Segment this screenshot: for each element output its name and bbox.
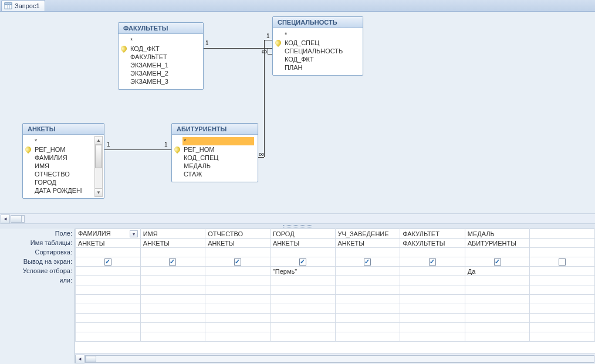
- grid-cell-show[interactable]: [140, 257, 205, 267]
- grid-cell-or[interactable]: [140, 276, 205, 285]
- field-list-scrollbar[interactable]: ▲ ▼: [94, 136, 103, 197]
- table-box-speciality[interactable]: СПЕЦИАЛЬНОСТЬ * КОД_СПЕЦ СПЕЦИАЛЬНОСТЬ К…: [272, 16, 363, 76]
- grid-cell-or[interactable]: [530, 276, 595, 285]
- field-item[interactable]: РЕГ_НОМ: [33, 145, 93, 154]
- grid-cell-field[interactable]: ОТЧЕСТВО: [205, 229, 271, 239]
- show-checkbox[interactable]: [169, 258, 176, 266]
- grid-cell-show[interactable]: [400, 257, 465, 267]
- field-star[interactable]: *: [129, 36, 200, 45]
- grid-cell-or[interactable]: [76, 276, 141, 285]
- grid-cell-table[interactable]: АНКЕТЫ: [205, 239, 271, 248]
- field-item[interactable]: СПЕЦИАЛЬНОСТЬ: [283, 47, 359, 55]
- grid-cell-table[interactable]: АНКЕТЫ: [76, 239, 141, 248]
- grid-cell-show[interactable]: [530, 257, 595, 267]
- field-item[interactable]: ОТЧЕСТВО: [33, 170, 93, 178]
- grid-cell-sort[interactable]: [140, 248, 205, 257]
- field-item[interactable]: СТАЖ: [182, 170, 254, 178]
- grid-cell-field[interactable]: ФАКУЛЬТЕТ: [400, 229, 465, 239]
- pane-splitter[interactable]: [0, 224, 595, 229]
- field-item[interactable]: ПЛАН: [283, 63, 359, 72]
- dropdown-icon[interactable]: ▾: [130, 230, 138, 237]
- grid-cell-sort[interactable]: [335, 248, 400, 257]
- grid-cell-show[interactable]: [335, 257, 400, 267]
- grid-cell-show[interactable]: [270, 257, 335, 267]
- relation-line[interactable]: [104, 149, 171, 150]
- show-checkbox[interactable]: [559, 258, 566, 266]
- table-box-applicants[interactable]: АБИТУРИЕНТЫ * РЕГ_НОМ КОД_СПЕЦ МЕДАЛЬ СТ…: [171, 123, 258, 182]
- grid-cell-criteria[interactable]: [335, 267, 400, 276]
- query-grid[interactable]: ФАМИЛИЯ ▾ ИМЯ ОТЧЕСТВО ГОРОД УЧ_ЗАВЕДЕНИ…: [75, 229, 595, 342]
- grid-cell-criteria[interactable]: "Пермь": [270, 267, 335, 276]
- grid-cell-field[interactable]: МЕДАЛЬ: [465, 229, 530, 239]
- grid-cell-sort[interactable]: [270, 248, 335, 257]
- table-box-questionnaires[interactable]: АНКЕТЫ * РЕГ_НОМ ФАМИЛИЯ ИМЯ ОТЧЕСТВО ГО…: [22, 123, 104, 199]
- table-title[interactable]: СПЕЦИАЛЬНОСТЬ: [273, 17, 363, 28]
- grid-cell-criteria[interactable]: Да: [465, 267, 530, 276]
- field-star[interactable]: *: [33, 137, 93, 145]
- field-item[interactable]: ЭКЗАМЕН_1: [129, 61, 200, 69]
- grid-cell-criteria[interactable]: [205, 267, 271, 276]
- field-item[interactable]: ЭКЗАМЕН_2: [129, 69, 200, 77]
- grid-cell-criteria[interactable]: [76, 267, 141, 276]
- grid-cell-or[interactable]: [270, 276, 335, 285]
- field-item[interactable]: ЭКЗАМЕН_3: [129, 77, 200, 86]
- grid-cell-sort[interactable]: [205, 248, 271, 257]
- field-item[interactable]: ФАКУЛЬТЕТ: [129, 53, 200, 61]
- grid-cell-sort[interactable]: [400, 248, 465, 257]
- table-title[interactable]: ФАКУЛЬТЕТЫ: [119, 23, 203, 34]
- show-checkbox[interactable]: [234, 258, 241, 266]
- grid-cell-table[interactable]: АНКЕТЫ: [140, 239, 205, 248]
- grid-cell-table[interactable]: АНКЕТЫ: [270, 239, 335, 248]
- grid-cell-show[interactable]: [205, 257, 271, 267]
- show-checkbox[interactable]: [494, 258, 501, 266]
- design-hscroll[interactable]: ◄: [0, 214, 595, 224]
- scroll-track[interactable]: [85, 355, 594, 363]
- grid-cell-criteria[interactable]: [400, 267, 465, 276]
- grid-cell-or[interactable]: [205, 276, 271, 285]
- grid-cell-sort[interactable]: [530, 248, 595, 257]
- scroll-left-icon[interactable]: ◄: [75, 355, 84, 363]
- field-item[interactable]: КОД_СПЕЦ: [182, 154, 254, 162]
- table-title[interactable]: АБИТУРИЕНТЫ: [172, 124, 258, 135]
- field-item[interactable]: ДАТА РОЖДЕНІ: [33, 186, 93, 195]
- grid-cell-field[interactable]: ГОРОД: [270, 229, 335, 239]
- show-checkbox[interactable]: [364, 258, 371, 266]
- grid-cell-show[interactable]: [465, 257, 530, 267]
- field-item[interactable]: ИМЯ: [33, 162, 93, 170]
- design-pane[interactable]: ФАКУЛЬТЕТЫ * КОД_ФКТ ФАКУЛЬТЕТ ЭКЗАМЕН_1…: [0, 12, 595, 214]
- grid-cell-criteria[interactable]: [140, 267, 205, 276]
- grid-cell-table[interactable]: [530, 239, 595, 248]
- grid-hscroll[interactable]: ◄: [75, 353, 595, 363]
- field-item[interactable]: КОД_СПЕЦ: [283, 39, 359, 47]
- grid-cell-table[interactable]: ФАКУЛЬТЕТЫ: [400, 239, 465, 248]
- table-box-faculties[interactable]: ФАКУЛЬТЕТЫ * КОД_ФКТ ФАКУЛЬТЕТ ЭКЗАМЕН_1…: [118, 22, 204, 90]
- grid-cell-criteria[interactable]: [530, 267, 595, 276]
- show-checkbox[interactable]: [104, 258, 111, 266]
- scroll-thumb[interactable]: [11, 216, 22, 222]
- grid-cell-sort[interactable]: [465, 248, 530, 257]
- scroll-track[interactable]: [11, 215, 25, 223]
- scroll-up-icon[interactable]: ▲: [95, 137, 102, 145]
- field-star[interactable]: *: [283, 30, 359, 39]
- show-checkbox[interactable]: [429, 258, 436, 266]
- scroll-left-icon[interactable]: ◄: [1, 215, 10, 223]
- grid-cell-sort[interactable]: [76, 248, 141, 257]
- scroll-track[interactable]: [95, 145, 102, 188]
- grid-cell-field[interactable]: ФАМИЛИЯ ▾: [76, 229, 141, 239]
- show-checkbox[interactable]: [299, 258, 306, 266]
- query-tab[interactable]: Запрос1: [1, 0, 45, 11]
- scroll-thumb[interactable]: [86, 356, 96, 362]
- field-item[interactable]: КОД_ФКТ: [283, 55, 359, 63]
- field-star[interactable]: *: [182, 137, 254, 145]
- grid-cell-field[interactable]: ИМЯ: [140, 229, 205, 239]
- field-item[interactable]: ФАМИЛИЯ: [33, 154, 93, 162]
- field-item[interactable]: ГОРОД: [33, 178, 93, 186]
- grid-cell-or[interactable]: [400, 276, 465, 285]
- grid-cell-table[interactable]: АБИТУРИЕНТЫ: [465, 239, 530, 248]
- field-item[interactable]: КОД_ФКТ: [129, 45, 200, 53]
- scroll-thumb[interactable]: [95, 145, 102, 168]
- grid-cell-or[interactable]: [335, 276, 400, 285]
- grid-cell-table[interactable]: АНКЕТЫ: [335, 239, 400, 248]
- field-item[interactable]: МЕДАЛЬ: [182, 162, 254, 170]
- table-title[interactable]: АНКЕТЫ: [23, 124, 104, 135]
